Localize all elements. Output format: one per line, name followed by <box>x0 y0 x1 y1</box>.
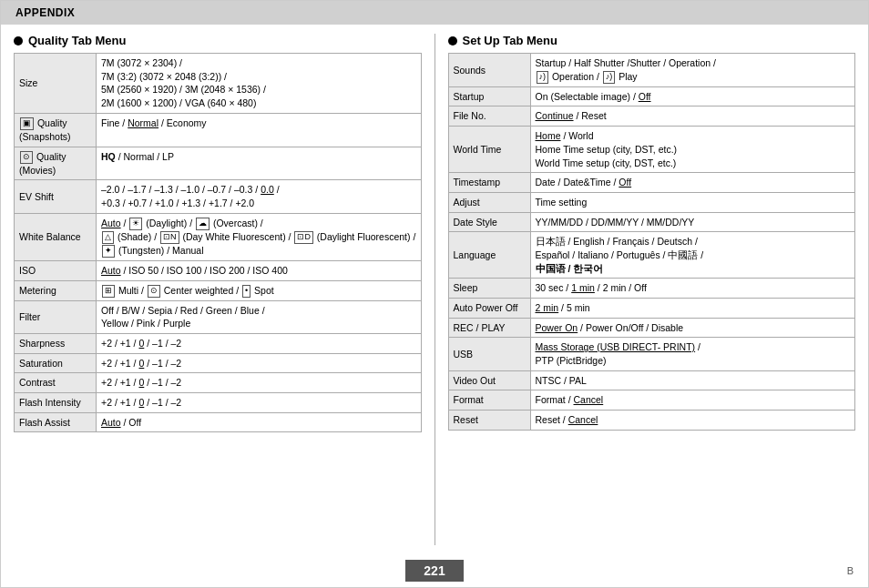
timestamp-value: Date / Date&Time / Off <box>530 173 855 193</box>
table-row: File No. Continue / Reset <box>448 106 855 127</box>
table-row: EV Shift –2.0 / –1.7 / –1.3 / –1.0 / –0.… <box>15 180 422 213</box>
sleep-value: 30 sec / 1 min / 2 min / Off <box>530 279 855 299</box>
sounds-value: Startup / Half Shutter /Shutter / Operat… <box>530 54 855 87</box>
startup-value: On (Selectable image) / Off <box>530 86 855 106</box>
shade-icon: △ <box>102 231 114 244</box>
size-value: 7M (3072 × 2304) / 7M (3:2) (3072 × 2048… <box>97 54 422 114</box>
setup-table: Sounds Startup / Half Shutter /Shutter /… <box>448 53 856 431</box>
table-row: Reset Reset / Cancel <box>448 411 855 431</box>
page-wrapper: APPENDIX Quality Tab Menu Size 7M (3072 … <box>0 0 869 588</box>
flash-intensity-label: Flash Intensity <box>15 393 97 413</box>
sharpness-label: Sharpness <box>15 333 97 353</box>
flash-intensity-value: +2 / +1 / 0 / –1 / –2 <box>97 393 422 413</box>
metering-label: Metering <box>15 280 97 300</box>
reset-value: Reset / Cancel <box>530 411 855 431</box>
table-row: USB Mass Storage (USB DIRECT- PRINT) / P… <box>448 338 855 370</box>
iso-value: Auto / ISO 50 / ISO 100 / ISO 200 / ISO … <box>97 260 422 280</box>
appendix-header: APPENDIX <box>1 1 868 25</box>
sharpness-value: +2 / +1 / 0 / –1 / –2 <box>97 333 422 353</box>
flash-assist-label: Flash Assist <box>15 412 97 432</box>
usb-value: Mass Storage (USB DIRECT- PRINT) / PTP (… <box>530 338 855 370</box>
quality-snap-label: ▣ Quality(Snapshots) <box>15 113 97 147</box>
usb-label: USB <box>448 338 530 370</box>
quality-tab-label: Quality Tab Menu <box>28 34 126 47</box>
metering-value: ⊞ Multi / ⊙ Center weighted / • Spot <box>97 280 422 300</box>
movies-icon: ⊙ <box>20 151 33 164</box>
table-row: Format Format / Cancel <box>448 390 855 411</box>
saturation-value: +2 / +1 / 0 / –1 / –2 <box>97 353 422 373</box>
table-row: Video Out NTSC / PAL <box>448 370 855 390</box>
setup-tab-title: Set Up Tab Menu <box>448 34 856 47</box>
table-row: Flash Assist Auto / Off <box>15 412 422 432</box>
table-row: Language 日本語 / English / Français / Deut… <box>448 232 855 279</box>
table-row: White Balance Auto / ☀ (Daylight) / ☁ (O… <box>15 213 422 260</box>
format-label: Format <box>448 390 530 411</box>
rec-play-value: Power On / Power On/Off / Disable <box>530 318 855 338</box>
spot-icon: • <box>242 285 250 298</box>
saturation-label: Saturation <box>15 353 97 373</box>
white-balance-value: Auto / ☀ (Daylight) / ☁ (Overcast) / △ (… <box>97 213 422 260</box>
world-time-value: Home / World Home Time setup (city, DST,… <box>530 127 855 173</box>
table-row: Saturation +2 / +1 / 0 / –1 / –2 <box>15 353 422 373</box>
iso-label: ISO <box>15 260 97 280</box>
white-balance-label: White Balance <box>15 213 97 260</box>
file-no-label: File No. <box>448 106 530 127</box>
table-row: Sounds Startup / Half Shutter /Shutter /… <box>448 54 855 87</box>
ev-shift-label: EV Shift <box>15 180 97 213</box>
quality-snap-value: Fine / Normal / Economy <box>97 113 422 147</box>
page-footer: 221 B <box>1 554 868 587</box>
contrast-label: Contrast <box>15 373 97 393</box>
overcast-icon: ☁ <box>196 218 210 230</box>
language-label: Language <box>448 232 530 279</box>
day-white-icon: ⊡N <box>160 231 179 244</box>
daylight-icon: ☀ <box>129 218 142 230</box>
setup-tab-label: Set Up Tab Menu <box>463 34 557 47</box>
contrast-value: +2 / +1 / 0 / –1 / –2 <box>97 373 422 393</box>
quality-movies-value: HQ / Normal / LP <box>97 147 422 180</box>
table-row: Metering ⊞ Multi / ⊙ Center weighted / •… <box>15 280 422 300</box>
reset-label: Reset <box>448 411 530 431</box>
size-label: Size <box>15 54 97 114</box>
table-row: Auto Power Off 2 min / 5 min <box>448 299 855 319</box>
adjust-label: Adjust <box>448 192 530 212</box>
filter-label: Filter <box>15 300 97 333</box>
table-row: Size 7M (3072 × 2304) / 7M (3:2) (3072 ×… <box>15 54 422 114</box>
table-row: Date Style YY/MM/DD / DD/MM/YY / MM/DD/Y… <box>448 212 855 232</box>
video-out-value: NTSC / PAL <box>530 370 855 390</box>
content-area: Quality Tab Menu Size 7M (3072 × 2304) /… <box>1 25 868 554</box>
sounds-label: Sounds <box>448 54 530 87</box>
quality-table: Size 7M (3072 × 2304) / 7M (3:2) (3072 ×… <box>14 53 422 432</box>
table-row: Adjust Time setting <box>448 192 855 212</box>
flash-assist-value: Auto / Off <box>97 412 422 432</box>
date-style-label: Date Style <box>448 212 530 232</box>
language-value: 日本語 / English / Français / Deutsch / Esp… <box>530 232 855 279</box>
ev-shift-value: –2.0 / –1.7 / –1.3 / –1.0 / –0.7 / –0.3 … <box>97 180 422 213</box>
table-row: Sleep 30 sec / 1 min / 2 min / Off <box>448 279 855 299</box>
section-divider <box>434 34 435 545</box>
footer-corner-label: B <box>847 565 854 576</box>
table-row: Contrast +2 / +1 / 0 / –1 / –2 <box>15 373 422 393</box>
filter-value: Off / B/W / Sepia / Red / Green / Blue /… <box>97 300 422 333</box>
quality-movies-label: ⊙ Quality(Movies) <box>15 147 97 180</box>
left-section: Quality Tab Menu Size 7M (3072 × 2304) /… <box>14 34 422 545</box>
video-out-label: Video Out <box>448 370 530 390</box>
file-no-value: Continue / Reset <box>530 106 855 127</box>
timestamp-label: Timestamp <box>448 173 530 193</box>
daylight-fluor-icon: ⊡D <box>294 231 313 244</box>
auto-power-off-label: Auto Power Off <box>448 299 530 319</box>
table-row: Sharpness +2 / +1 / 0 / –1 / –2 <box>15 333 422 353</box>
adjust-value: Time setting <box>530 192 855 212</box>
format-value: Format / Cancel <box>530 390 855 411</box>
table-row: Timestamp Date / Date&Time / Off <box>448 173 855 193</box>
date-style-value: YY/MM/DD / DD/MM/YY / MM/DD/YY <box>530 212 855 232</box>
right-section: Set Up Tab Menu Sounds Startup / Half Sh… <box>448 34 856 545</box>
sleep-label: Sleep <box>448 279 530 299</box>
table-row: Startup On (Selectable image) / Off <box>448 86 855 106</box>
sound-play-icon: ♪) <box>603 71 616 84</box>
table-row: ISO Auto / ISO 50 / ISO 100 / ISO 200 / … <box>15 260 422 280</box>
table-row: Filter Off / B/W / Sepia / Red / Green /… <box>15 300 422 333</box>
bullet-icon <box>14 36 23 46</box>
table-row: Flash Intensity +2 / +1 / 0 / –1 / –2 <box>15 393 422 413</box>
center-icon: ⊙ <box>148 285 160 298</box>
page-number: 221 <box>405 560 463 582</box>
